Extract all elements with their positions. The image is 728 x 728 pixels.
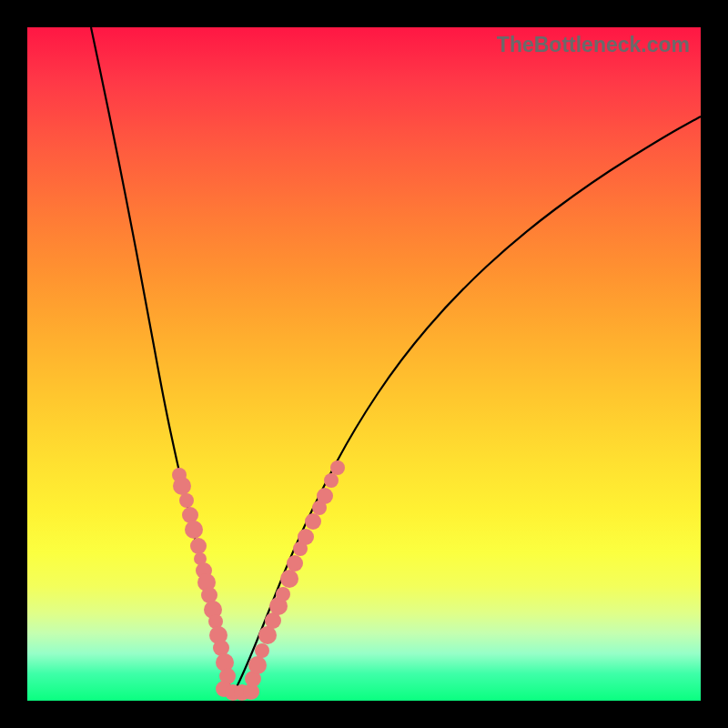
knot-right [330, 460, 345, 475]
knot-right [287, 555, 303, 571]
knot-right [324, 473, 339, 488]
curve-svg [27, 27, 701, 701]
right-branch-path [232, 116, 701, 696]
chart-frame: TheBottleneck.com [0, 0, 728, 728]
knot-right [317, 488, 333, 504]
knot-right [255, 643, 269, 658]
knot-right [298, 529, 314, 545]
knot-left [185, 521, 203, 539]
knot-right [248, 656, 267, 674]
knot-right [276, 587, 290, 602]
knot-right [305, 513, 321, 530]
knot-left [173, 477, 191, 495]
knot-left [179, 493, 194, 508]
plot-area: TheBottleneck.com [27, 27, 701, 701]
knot-right [258, 626, 277, 644]
knot-right [280, 570, 298, 588]
